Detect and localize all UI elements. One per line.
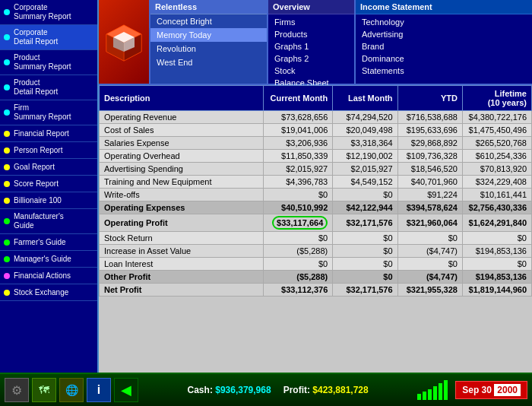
row-last-operating-revenue: $74,294,520	[333, 111, 397, 124]
top-nav: Relentless Concept Bright Memory Today R…	[99, 0, 532, 85]
row-desc-other-profit: Other Profit	[100, 271, 264, 284]
sidebar-item-billionaire-label: Billionaire 100	[14, 196, 62, 205]
table-row: Loan Interest $0 $0 $0 $0	[100, 258, 532, 271]
row-desc-operating-profit: Operating Profit	[100, 214, 264, 232]
row-desc-stock-return: Stock Return	[100, 232, 264, 245]
row-desc-writeoffs: Write-offs	[100, 189, 264, 201]
table-row: Operating Revenue $73,628,656 $74,294,52…	[100, 111, 532, 124]
sidebar-item-financial-report[interactable]: Financial Report	[0, 125, 97, 142]
col-header-ytd: YTD	[397, 86, 462, 111]
row-desc-loan-interest: Loan Interest	[100, 258, 264, 271]
sidebar-item-farmers-guide-label: Farmer's Guide	[14, 238, 66, 246]
operating-profit-value: $33,117,664	[264, 214, 333, 232]
sidebar-item-manufacturers-guide[interactable]: Manufacturer's Guide	[0, 209, 97, 234]
sidebar-item-stock-exchange[interactable]: Stock Exchange	[0, 284, 97, 301]
reports-items: Technology Advertising Brand Dominance S…	[356, 14, 532, 78]
sidebar-item-corporate-summary-label: Corporate Summary Report	[14, 3, 71, 21]
sidebar-item-goal-report[interactable]: Goal Report	[0, 159, 97, 176]
profit-value: $423,881,728	[312, 385, 368, 395]
table-row: Stock Return $0 $0 $0 $0	[100, 232, 532, 245]
table-row-net-profit: Net Profit $33,112,376 $32,171,576 $321,…	[100, 284, 532, 297]
toolbar-settings-icon[interactable]: ⚙	[5, 378, 29, 402]
row-desc-net-profit: Net Profit	[100, 284, 264, 297]
row-desc-advertising: Advertising Spending	[100, 163, 264, 176]
sidebar-item-stock-exchange-label: Stock Exchange	[14, 288, 68, 297]
status-info: Cash: $936,379,968 Profit: $423,881,728	[141, 385, 414, 395]
sidebar-item-farmers-guide[interactable]: Farmer's Guide	[0, 234, 97, 251]
reports-panel-title: Income Statement	[356, 0, 532, 14]
sidebar-item-product-detail-label: Product Detail Report	[14, 78, 58, 97]
row-desc-asset-value: Increase in Asset Value	[100, 245, 264, 258]
toolbar-info-icon[interactable]: i	[87, 378, 111, 402]
table-row: Cost of Sales $19,041,006 $20,049,498 $1…	[100, 124, 532, 137]
sidebar-item-financial-actions[interactable]: Financial Actions	[0, 268, 97, 284]
sidebar-item-firm-summary-label: Firm Summary Report	[14, 103, 71, 122]
sidebar-item-managers-guide-label: Manager's Guide	[14, 255, 71, 263]
row-desc-training: Training and New Equipment	[100, 176, 264, 189]
sidebar-item-product-summary-label: Product Summary Report	[14, 53, 71, 71]
brand-item-memory-today[interactable]: Memory Today	[150, 28, 267, 42]
brand-item-west-end[interactable]: West End	[150, 56, 267, 69]
sidebar-item-firm-summary[interactable]: Firm Summary Report	[0, 100, 97, 125]
sidebar-item-score-report-label: Score Report	[14, 179, 59, 188]
table-row: Salaries Expense $3,206,936 $3,318,364 $…	[100, 137, 532, 150]
col-header-lifetime: Lifetime (10 years)	[462, 86, 531, 111]
overview-panel: Overview Firms Products Graphs 1 Graphs …	[268, 0, 356, 84]
overview-item-graphs2[interactable]: Graphs 2	[268, 52, 354, 65]
table-row-operating-profit: Operating Profit $33,117,664 $32,171,576…	[100, 214, 532, 232]
sidebar-item-manufacturers-guide-label: Manufacturer's Guide	[14, 212, 64, 230]
overview-item-stock[interactable]: Stock	[268, 65, 354, 77]
col-header-current-month: Current Month	[264, 86, 333, 111]
brands-list: Concept Bright Memory Today Revolution W…	[150, 14, 267, 84]
status-bar: ⚙ 🗺 🌐 i ◀ Cash: $936,379,968 Profit: $42…	[0, 373, 532, 406]
overview-panel-title: Overview	[268, 0, 354, 14]
reports-item-advertising[interactable]: Advertising	[356, 28, 532, 40]
sidebar-item-corporate-detail[interactable]: Corporate Detail Report	[0, 25, 97, 50]
toolbar-back-icon[interactable]: ◀	[114, 378, 138, 402]
row-current-operating-revenue: $73,628,656	[264, 111, 333, 124]
reports-item-dominance[interactable]: Dominance	[356, 52, 532, 65]
row-ytd-operating-revenue: $716,538,688	[397, 111, 462, 124]
sidebar: Corporate Summary Report Corporate Detai…	[0, 0, 99, 373]
row-desc-salaries: Salaries Expense	[100, 137, 264, 150]
sidebar-item-goal-report-label: Goal Report	[14, 163, 55, 171]
table-row: Advertising Spending $2,015,927 $2,015,9…	[100, 163, 532, 176]
table-row-other-profit: Other Profit ($5,288) $0 ($4,747) $194,8…	[100, 271, 532, 284]
col-header-last-month: Last Month	[333, 86, 397, 111]
table-row: Write-offs $0 $0 $91,224 $10,161,441	[100, 189, 532, 201]
row-desc-operating-expenses: Operating Expenses	[100, 201, 264, 214]
sidebar-item-financial-report-label: Financial Report	[14, 129, 69, 138]
brand-item-revolution[interactable]: Revolution	[150, 42, 267, 56]
sidebar-item-managers-guide[interactable]: Manager's Guide	[0, 251, 97, 268]
brand-item-concept-bright[interactable]: Concept Bright	[150, 14, 267, 28]
sidebar-item-score-report[interactable]: Score Report	[0, 176, 97, 192]
signal-bars	[417, 380, 448, 400]
toolbar-map-icon[interactable]: 🗺	[32, 378, 56, 402]
row-desc-cost-of-sales: Cost of Sales	[100, 124, 264, 137]
reports-item-statements[interactable]: Statements	[356, 65, 532, 77]
sidebar-item-billionaire[interactable]: Billionaire 100	[0, 192, 97, 209]
row-desc-operating-revenue: Operating Revenue	[100, 111, 264, 124]
cash-value: $936,379,968	[215, 385, 271, 395]
overview-items: Firms Products Graphs 1 Graphs 2 Stock B…	[268, 14, 354, 90]
report-table: Description Current Month Last Month YTD…	[99, 85, 532, 297]
overview-item-products[interactable]: Products	[268, 28, 354, 40]
sidebar-item-financial-actions-label: Financial Actions	[14, 271, 71, 280]
reports-panel: Income Statement Technology Advertising …	[356, 0, 532, 84]
profit-label: Profit: $423,881,728	[283, 385, 369, 395]
sidebar-item-product-detail[interactable]: Product Detail Report	[0, 75, 97, 100]
cash-label: Cash: $936,379,968	[188, 385, 271, 395]
overview-item-firms[interactable]: Firms	[268, 16, 354, 28]
table-row: Operating Overhead $11,850,339 $12,190,0…	[100, 150, 532, 163]
content-area: Relentless Concept Bright Memory Today R…	[99, 0, 532, 373]
overview-item-graphs1[interactable]: Graphs 1	[268, 40, 354, 52]
col-header-description: Description	[100, 86, 264, 111]
sidebar-item-product-summary[interactable]: Product Summary Report	[0, 50, 97, 75]
table-row: Training and New Equipment $4,396,783 $4…	[100, 176, 532, 189]
sidebar-item-person-report[interactable]: Person Report	[0, 142, 97, 159]
reports-item-brand[interactable]: Brand	[356, 40, 532, 52]
sidebar-item-corporate-summary[interactable]: Corporate Summary Report	[0, 0, 97, 25]
table-area: Description Current Month Last Month YTD…	[99, 85, 532, 373]
reports-item-technology[interactable]: Technology	[356, 16, 532, 28]
toolbar-globe-icon[interactable]: 🌐	[59, 378, 84, 402]
